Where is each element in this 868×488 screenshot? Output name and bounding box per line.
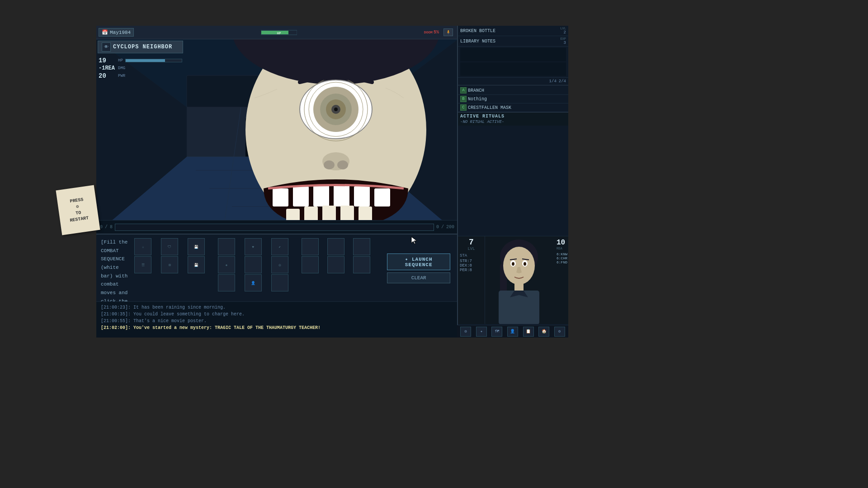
- doom-percent: 5%: [434, 30, 439, 35]
- rituals-title: ACTIVE RITUALS: [460, 114, 566, 119]
- combat-slot-6[interactable]: 💾: [188, 256, 205, 273]
- bottom-icon-6[interactable]: 🏠: [538, 327, 549, 337]
- pwr-value: 20: [99, 72, 117, 80]
- seq-slot-2[interactable]: [327, 238, 344, 255]
- svg-rect-33: [293, 186, 309, 206]
- empty-slot-1: [460, 48, 566, 61]
- svg-point-50: [512, 262, 514, 266]
- abilities-section: A BRANCH B Nothing C CRESTFALLEN MASK: [458, 85, 568, 112]
- hp-bar-fill: [126, 59, 165, 62]
- bottom-icon-3[interactable]: 🗺: [491, 327, 502, 337]
- calendar-icon: 📅: [102, 29, 108, 35]
- empty-slot-2: [460, 62, 566, 76]
- ability-1[interactable]: A BRANCH: [458, 86, 568, 95]
- slot-cross[interactable]: ✚: [218, 256, 235, 273]
- char-per: PER:8: [460, 268, 483, 272]
- seq-slot-4[interactable]: [302, 256, 319, 273]
- char-level-label: LVL: [460, 247, 483, 251]
- char-fnd: 6:FND: [557, 260, 567, 264]
- main-game-area: 👁 CYCLOPS NEIGHBOR 19 HP -1REA DMG 20: [96, 39, 457, 234]
- combat-slot-save[interactable]: 💾: [188, 238, 205, 255]
- inv-fraction-1: 1/4: [549, 79, 557, 84]
- combat-slot-4[interactable]: ☰: [134, 256, 151, 273]
- rea-row: -1REA DMG: [99, 65, 182, 71]
- item-1-name: BROKEN BOTTLE: [460, 28, 558, 33]
- empty-slots: [458, 47, 568, 78]
- enemy-portrait-icon: 👁: [102, 42, 111, 52]
- enemy-stats: 19 HP -1REA DMG 20 PWR: [96, 55, 184, 82]
- slot-person[interactable]: 👤: [245, 274, 262, 291]
- char-str: STR:7: [460, 259, 483, 263]
- inventory-item-1[interactable]: BROKEN BOTTLE LVL 2: [458, 26, 568, 36]
- log-area: [21:00:23]: It has been raining since mo…: [96, 301, 457, 338]
- seq-slot-3[interactable]: [353, 238, 370, 255]
- svg-rect-32: [273, 188, 288, 206]
- svg-point-51: [524, 262, 526, 266]
- inv-fraction-2: 2/4: [559, 79, 566, 84]
- svg-text:HP: HP: [277, 32, 281, 35]
- game-viewport: 📅 May1984 HP DOOM 5% 🧍 0 🔧 0 🔑: [96, 26, 568, 338]
- slot-diagonal[interactable]: ⬋: [271, 238, 288, 255]
- ability-3[interactable]: C CRESTFALLEN MASK: [458, 103, 568, 112]
- hp-value: 19: [99, 57, 117, 64]
- health-bar-top: HP: [261, 27, 297, 38]
- rituals-section: ACTIVE RITUALS -NO RITUAL ACTIVE-: [458, 112, 568, 126]
- bottom-icon-2[interactable]: ✦: [476, 327, 487, 337]
- char-portrait-area: 7 LVL STA STR:7 DEX:8 PER:8: [458, 236, 568, 324]
- seq-slot-5[interactable]: [327, 256, 344, 273]
- svg-rect-36: [354, 186, 370, 206]
- combat-slots-right: ♥ ⬋ ✚ ◎ 👤: [216, 235, 299, 302]
- press-note-text: PRESS⚙TORESTART: [67, 196, 89, 224]
- empty-slot-r2[interactable]: [245, 256, 262, 273]
- log-line-3: [21:00:55]: That's a nice movie poster.: [101, 318, 453, 324]
- ability-3-name: CRESTFALLEN MASK: [468, 105, 511, 110]
- ability-3-key: C: [460, 104, 467, 111]
- log-line-4-highlight: [21:02:00]: You've started a new mystery…: [101, 324, 453, 331]
- bottom-icon-7[interactable]: ⚙: [554, 327, 565, 337]
- inventory-item-2[interactable]: LIBRARY NOTES EXP 3: [458, 36, 568, 47]
- inst-line1: [Fill the COMBAT SEQUENCE (white bar) wi…: [101, 239, 127, 279]
- bottom-icon-1[interactable]: ⚙: [460, 327, 471, 337]
- right-panel: BROKEN BOTTLE LVL 2 LIBRARY NOTES EXP 3 …: [457, 26, 568, 338]
- rea-label: DMG: [118, 66, 125, 70]
- combat-slot-sword[interactable]: ⚔: [134, 238, 151, 255]
- svg-rect-37: [374, 188, 390, 206]
- seq-slot-6[interactable]: [353, 256, 370, 273]
- empty-slot-r4[interactable]: [271, 274, 288, 291]
- slot-circle[interactable]: ◎: [271, 256, 288, 273]
- sequence-area: 0 / 8 0 / 200: [96, 220, 457, 234]
- char-portrait: 10 REA 6:KNW 6:CHR 6:FND: [485, 236, 568, 324]
- ability-2-name: Nothing: [468, 97, 487, 102]
- doom-bar: DOOM 5%: [424, 30, 439, 35]
- char-stats-left: 7 LVL STA STR:7 DEX:8 PER:8: [458, 236, 485, 324]
- date-display: May1984: [110, 30, 131, 35]
- hp-bar: [125, 59, 182, 62]
- doom-label: DOOM: [424, 30, 433, 34]
- bottom-icon-4[interactable]: 👤: [507, 327, 518, 337]
- bottom-icon-5[interactable]: 📋: [523, 327, 534, 337]
- char-display: 7 LVL STA STR:7 DEX:8 PER:8: [458, 236, 568, 324]
- slot-heart[interactable]: ♥: [245, 238, 262, 255]
- person-icon: 🧍: [446, 30, 451, 35]
- log-line-2: [21:00:35]: You could leave something to…: [101, 311, 453, 318]
- press-restart-note[interactable]: PRESS⚙TORESTART: [56, 185, 100, 235]
- char-stats-right-overlay: 10 REA 6:KNW 6:CHR 6:FND: [557, 239, 567, 264]
- empty-slot-r3[interactable]: [218, 274, 235, 291]
- bottom-ui: [Fill the COMBAT SEQUENCE (white bar) wi…: [96, 234, 457, 338]
- svg-point-26: [334, 108, 338, 111]
- combat-slot-5[interactable]: ⊞: [161, 256, 178, 273]
- svg-point-30: [324, 160, 335, 169]
- svg-rect-1: [261, 31, 288, 34]
- frame-left: [0, 0, 96, 488]
- svg-point-31: [337, 160, 348, 169]
- launch-sequence-button[interactable]: ✦ LAUNCH SEQUENCE: [387, 253, 450, 270]
- log-line-1: [21:00:23]: It has been raining since mo…: [101, 304, 453, 311]
- action-buttons: ✦ LAUNCH SEQUENCE CLEAR: [380, 235, 457, 302]
- combat-slot-shield[interactable]: 🛡: [161, 238, 178, 255]
- seq-slot-1[interactable]: [302, 238, 319, 255]
- enemy-name-bar: 👁 CYCLOPS NEIGHBOR: [98, 41, 183, 53]
- clear-button[interactable]: CLEAR: [387, 272, 450, 283]
- ability-2[interactable]: B Nothing: [458, 95, 568, 103]
- svg-point-47: [503, 247, 535, 285]
- empty-slot-r1[interactable]: [218, 238, 235, 255]
